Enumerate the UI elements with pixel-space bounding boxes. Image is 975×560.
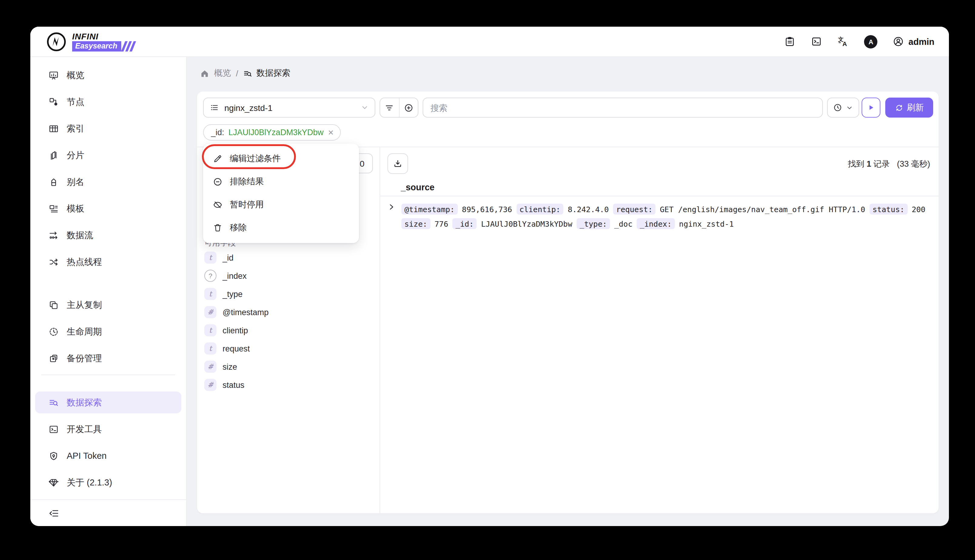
sidebar-item-hotthreads[interactable]: 热点线程 xyxy=(30,248,186,275)
sidebar-item-api-token[interactable]: API Token xyxy=(30,442,186,469)
field-type-badge: t xyxy=(204,342,217,355)
sidebar-item-templates[interactable]: 模板 xyxy=(30,195,186,222)
doc-value: 895,616,736 xyxy=(462,205,513,213)
sidebar-item-overview[interactable]: 概览 xyxy=(30,62,186,88)
field-name: size xyxy=(222,362,237,371)
field-row[interactable]: # @timestamp xyxy=(197,303,379,321)
sidebar-item-label: API Token xyxy=(67,451,107,461)
sidebar-item-datastreams[interactable]: 数据流 xyxy=(30,222,186,248)
sidebar-item-shards[interactable]: 分片 xyxy=(30,142,186,168)
main-area: 概览 / 数据探索 nginx_zstd-1 xyxy=(187,57,949,526)
sidebar-item-label: 别名 xyxy=(67,176,84,188)
user-menu[interactable]: admin xyxy=(893,36,934,47)
sidebar-item-label: 备份管理 xyxy=(67,352,102,364)
sidebar-item-label: 分片 xyxy=(67,149,84,161)
results-summary: 找到 1 记录 (33 毫秒) xyxy=(848,159,930,170)
doc-key-chip: clientip: xyxy=(516,203,563,215)
field-name: @timestamp xyxy=(222,308,269,317)
breadcrumb-root[interactable]: 概览 xyxy=(214,68,231,79)
index-table-icon xyxy=(48,123,59,133)
search-input[interactable] xyxy=(431,103,815,112)
field-row[interactable]: t request xyxy=(197,339,379,358)
sidebar-item-label: 模板 xyxy=(67,203,84,214)
search-box xyxy=(422,98,823,118)
field-row[interactable]: # status xyxy=(197,376,379,394)
filter-settings-button[interactable] xyxy=(380,98,399,117)
field-row[interactable]: t _id xyxy=(197,248,379,267)
doc-key-chip: size: xyxy=(401,218,430,229)
collapse-sidebar-icon[interactable] xyxy=(48,508,59,518)
filter-icon xyxy=(385,103,394,112)
run-query-button[interactable] xyxy=(861,98,880,118)
field-type-badge: t xyxy=(204,252,217,263)
app-window: INFINI Easysearch 文 A A xyxy=(30,27,949,526)
about-gem-icon xyxy=(48,477,59,488)
menu-item-label: 排除结果 xyxy=(230,177,264,187)
menu-item-label: 编辑过滤条件 xyxy=(230,153,281,164)
filter-tag[interactable]: _id: LJAUlJ0BlYzaDM3kYDbw ✕ xyxy=(203,124,341,141)
field-row[interactable]: ? _index xyxy=(197,267,379,285)
field-row[interactable]: t clientip xyxy=(197,321,379,339)
avatar-badge[interactable]: A xyxy=(864,35,878,48)
sidebar-item-about[interactable]: 关于 (2.1.3) xyxy=(30,469,186,496)
filter-context-menu: 编辑过滤条件 排除结果 暂时停用 移除 xyxy=(203,143,359,243)
backup-icon xyxy=(48,353,59,363)
add-filter-button[interactable] xyxy=(399,98,418,117)
menu-item-remove[interactable]: 移除 xyxy=(203,217,359,239)
translate-icon[interactable]: 文 A xyxy=(838,36,849,47)
sidebar-item-replication[interactable]: 主从复制 xyxy=(30,292,186,318)
field-name: status xyxy=(222,380,244,389)
doc-value: _doc xyxy=(614,219,633,228)
logo-product-text: Easysearch xyxy=(72,41,121,51)
menu-item-edit-filter[interactable]: 编辑过滤条件 xyxy=(203,147,359,170)
filter-tag-value: LJAUlJ0BlYzaDM3kYDbw xyxy=(229,128,324,137)
field-row[interactable]: t _type xyxy=(197,285,379,303)
sidebar-item-label: 热点线程 xyxy=(67,256,102,268)
sidebar-item-lifecycle[interactable]: 生命周期 xyxy=(30,318,186,345)
time-range-button[interactable] xyxy=(827,98,859,118)
terminal-icon[interactable] xyxy=(811,36,823,47)
menu-item-temporarily-disable[interactable]: 暂时停用 xyxy=(203,193,359,217)
menu-item-label: 移除 xyxy=(230,222,247,233)
download-button[interactable] xyxy=(387,153,408,174)
sidebar-item-devtools[interactable]: 开发工具 xyxy=(30,416,186,442)
refresh-button[interactable]: 刷新 xyxy=(885,98,933,118)
clock-icon xyxy=(833,103,842,112)
sidebar-item-label: 数据探索 xyxy=(67,397,102,408)
screenshot-stage: INFINI Easysearch 文 A A xyxy=(0,0,975,560)
sidebar-item-aliases[interactable]: 别名 xyxy=(30,168,186,195)
doc-value: 776 xyxy=(434,219,448,228)
source-column-header: _source xyxy=(401,182,434,192)
sidebar-item-indices[interactable]: 索引 xyxy=(30,115,186,142)
doc-line-2: size: 776 _id: LJAUlJ0BlYzaDM3kYDbw _typ… xyxy=(401,217,933,231)
list-icon xyxy=(210,103,219,112)
clipboard-icon[interactable] xyxy=(784,36,796,47)
index-selector[interactable]: nginx_zstd-1 xyxy=(203,98,375,118)
sidebar-item-nodes[interactable]: 节点 xyxy=(30,88,186,115)
field-type-badge: ? xyxy=(204,270,217,282)
nodes-icon xyxy=(48,97,59,107)
found-prefix: 找到 xyxy=(848,159,864,168)
filter-tag-field: _id: xyxy=(211,128,224,137)
topbar-actions: 文 A A admin xyxy=(784,35,949,48)
menu-item-exclude-results[interactable]: 排除结果 xyxy=(203,170,359,193)
doc-line-1: @timestamp: 895,616,736 clientip: 8.242.… xyxy=(401,202,933,217)
sidebar-item-backup[interactable]: 备份管理 xyxy=(30,345,186,372)
home-icon[interactable] xyxy=(200,69,209,78)
template-icon xyxy=(48,203,59,213)
doc-key-chip: _id: xyxy=(452,218,477,229)
doc-value: LJAUlJ0BlYzaDM3kYDbw xyxy=(481,219,573,228)
sidebar-item-label: 索引 xyxy=(67,123,84,134)
breadcrumb-separator: / xyxy=(236,68,238,78)
doc-key-chip: _index: xyxy=(637,218,674,229)
filter-tag-close-icon[interactable]: ✕ xyxy=(328,129,334,136)
expand-row-icon[interactable] xyxy=(388,203,395,210)
sidebar-item-label: 节点 xyxy=(67,96,84,108)
sidebar-item-discover[interactable]: 数据探索 xyxy=(35,392,181,413)
chevron-down-icon xyxy=(846,104,853,111)
field-row[interactable]: # size xyxy=(197,358,379,376)
refresh-icon xyxy=(895,103,903,112)
devtools-icon xyxy=(48,424,59,434)
api-token-icon xyxy=(48,451,59,461)
lifecycle-clock-icon xyxy=(48,327,59,337)
